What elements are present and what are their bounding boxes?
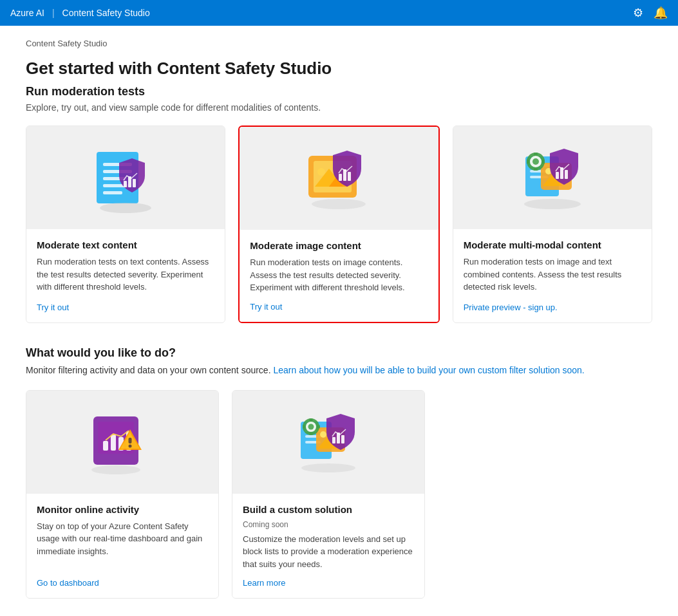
- topbar-divider: |: [52, 8, 55, 18]
- svg-rect-59: [310, 418, 313, 422]
- svg-rect-16: [339, 174, 342, 181]
- app-title-label: Content Safety Studio: [62, 8, 150, 18]
- svg-rect-9: [133, 179, 136, 187]
- svg-rect-33: [541, 160, 545, 163]
- moderate-multimodal-image: [453, 126, 652, 229]
- svg-point-55: [301, 463, 355, 472]
- section2-title: What would you like to do?: [26, 346, 652, 360]
- moderate-image-image: [240, 127, 438, 230]
- svg-rect-32: [527, 160, 530, 163]
- svg-rect-46: [129, 438, 132, 443]
- svg-rect-31: [534, 167, 538, 171]
- svg-point-47: [129, 444, 132, 447]
- svg-point-15: [312, 199, 366, 209]
- build-custom-desc: Customize the moderation levels and set …: [243, 533, 414, 571]
- monitor-activity-title: Monitor online activity: [37, 504, 208, 515]
- svg-rect-60: [310, 432, 313, 435]
- moderate-multimodal-desc: Run moderation tests on image and text c…: [464, 256, 641, 295]
- image-moderation-icon: [297, 136, 381, 220]
- svg-rect-40: [111, 434, 116, 451]
- svg-point-58: [308, 424, 314, 429]
- azure-ai-label: Azure AI: [10, 8, 44, 18]
- svg-point-26: [524, 199, 581, 209]
- custom-solution-icon: [287, 404, 370, 481]
- svg-rect-34: [556, 172, 559, 179]
- topbar-brand-area: Azure AI | Content Safety Studio: [10, 8, 150, 18]
- moderate-image-link[interactable]: Try it out: [250, 302, 428, 312]
- topbar-actions: ⚙ 🔔: [633, 6, 668, 20]
- moderate-text-card: Moderate text content Run moderation tes…: [26, 126, 225, 323]
- notification-icon[interactable]: 🔔: [654, 6, 668, 20]
- build-custom-card: Build a custom solution Coming soon Cust…: [232, 390, 425, 599]
- moderate-multimodal-card-body: Moderate multi-modal content Run moderat…: [453, 229, 652, 322]
- svg-rect-62: [317, 425, 320, 428]
- svg-rect-65: [341, 435, 344, 443]
- svg-rect-39: [103, 441, 108, 451]
- moderate-multimodal-link[interactable]: Private preview - sign up.: [464, 303, 641, 312]
- multimodal-icon: [507, 136, 598, 219]
- svg-rect-30: [534, 153, 538, 156]
- moderate-text-link[interactable]: Try it out: [37, 303, 214, 312]
- svg-point-53: [320, 431, 326, 438]
- monitor-icon: [84, 404, 161, 481]
- svg-rect-5: [103, 191, 122, 194]
- monitor-activity-card-body: Monitor online activity Stay on top of y…: [26, 494, 218, 599]
- svg-rect-63: [332, 437, 335, 443]
- main-content: Content Safety Studio Get started with C…: [0, 26, 678, 616]
- moderate-text-card-body: Moderate text content Run moderation tes…: [26, 229, 225, 322]
- svg-point-43: [91, 465, 140, 474]
- build-custom-title: Build a custom solution: [243, 504, 414, 515]
- moderate-text-image: [26, 126, 225, 229]
- go-to-dashboard-link[interactable]: Go to dashboard: [37, 578, 208, 588]
- svg-rect-18: [348, 172, 351, 181]
- coming-soon-badge: Coming soon: [243, 520, 414, 529]
- svg-rect-61: [303, 425, 306, 428]
- moderate-text-title: Moderate text content: [37, 239, 214, 250]
- monitor-activity-image: [26, 391, 218, 494]
- moderate-image-title: Moderate image content: [250, 240, 428, 251]
- page-title: Get started with Content Safety Studio: [26, 59, 652, 79]
- build-custom-card-body: Build a custom solution Coming soon Cust…: [232, 494, 424, 599]
- moderate-text-desc: Run moderation tests on text contents. A…: [37, 256, 214, 295]
- text-moderation-icon: [84, 136, 167, 219]
- svg-rect-36: [565, 170, 568, 179]
- svg-point-12: [317, 168, 325, 176]
- svg-rect-7: [124, 181, 127, 187]
- section1-subtitle: Explore, try out, and view sample code f…: [26, 102, 652, 113]
- moderate-image-card: Moderate image content Run moderation te…: [238, 126, 439, 323]
- action-cards-row: Monitor online activity Stay on top of y…: [26, 390, 451, 599]
- monitor-activity-desc: Stay on top of your Azure Content Safety…: [37, 520, 208, 571]
- moderate-multimodal-card: Moderate multi-modal content Run moderat…: [453, 126, 652, 323]
- moderation-cards-row: Moderate text content Run moderation tes…: [26, 126, 652, 323]
- section1-title: Run moderation tests: [26, 85, 652, 98]
- learn-more-link[interactable]: Learn more: [243, 578, 414, 588]
- breadcrumb: Content Safety Studio: [26, 39, 652, 48]
- svg-point-29: [532, 158, 539, 165]
- moderate-image-desc: Run moderation tests on image contents. …: [250, 256, 428, 294]
- build-custom-image: [232, 391, 424, 494]
- settings-icon[interactable]: ⚙: [633, 6, 643, 20]
- section2-subtitle: Monitor filtering activity and data on y…: [26, 364, 652, 377]
- svg-point-6: [100, 203, 151, 213]
- moderate-multimodal-title: Moderate multi-modal content: [464, 239, 641, 250]
- moderate-image-card-body: Moderate image content Run moderation te…: [240, 230, 438, 322]
- topbar: Azure AI | Content Safety Studio ⚙ 🔔: [0, 0, 678, 26]
- monitor-activity-card: Monitor online activity Stay on top of y…: [26, 390, 219, 599]
